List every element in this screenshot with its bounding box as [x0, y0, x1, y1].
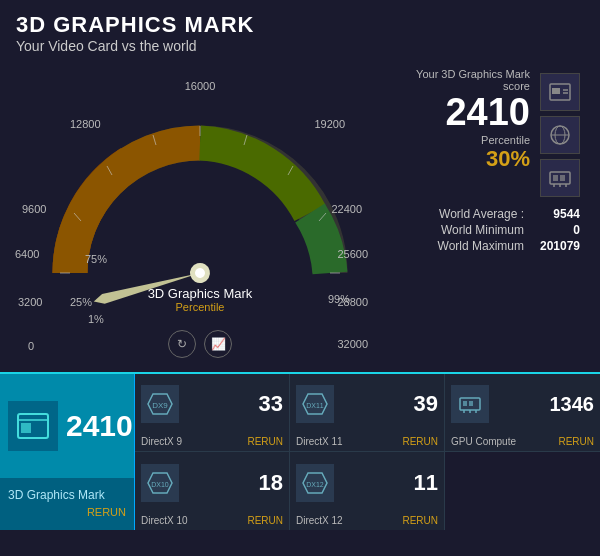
svg-text:DX10: DX10 — [151, 481, 169, 488]
tiles-container: 2410 3D Graphics Mark RERUN DX9 33 — [0, 372, 600, 530]
tile-dx11-icon: DX11 — [296, 385, 334, 423]
label-32000: 32000 — [337, 338, 368, 350]
tile-dx9-icon: DX9 — [141, 385, 179, 423]
tile-dx10-icon: DX10 — [141, 464, 179, 502]
pct-25-label: 25% — [70, 296, 92, 308]
world-min-value: 0 — [530, 223, 580, 237]
svg-rect-13 — [552, 88, 560, 94]
percentile-title: Percentile — [405, 134, 530, 146]
pct-1-label: 1% — [88, 313, 104, 325]
percentile-value: 30% — [405, 146, 530, 172]
tile-dx12-score: 11 — [340, 470, 438, 496]
main-tile: 2410 3D Graphics Mark RERUN — [0, 374, 135, 530]
page-title: 3D GRAPHICS MARK — [16, 12, 584, 38]
tile-dx10-rerun[interactable]: RERUN — [247, 515, 283, 526]
score-icon-3 — [540, 159, 580, 197]
svg-rect-20 — [553, 175, 558, 181]
label-25600: 25600 — [337, 248, 368, 260]
score-icon-2 — [540, 116, 580, 154]
score-icon-1 — [540, 73, 580, 111]
pct-75-label: 75% — [85, 253, 107, 265]
label-6400: 6400 — [15, 248, 39, 260]
tile-dx10-label: DirectX 10 — [141, 515, 188, 526]
score-value: 2410 — [405, 92, 530, 134]
stats-section: World Average : 9544 World Minimum 0 Wor… — [405, 207, 580, 255]
label-3200: 3200 — [18, 296, 42, 308]
tile-dx12-label: DirectX 12 — [296, 515, 343, 526]
label-16000: 16000 — [185, 80, 216, 92]
pct-99-label: 99% — [328, 293, 350, 305]
tile-empty — [445, 452, 600, 530]
svg-rect-33 — [463, 401, 467, 406]
world-max-label: World Maximum — [438, 239, 524, 253]
tile-dx9-rerun[interactable]: RERUN — [247, 436, 283, 447]
main-tile-label: 3D Graphics Mark — [8, 488, 126, 502]
tile-gpu-icon — [451, 385, 489, 423]
tile-dx12-icon: DX12 — [296, 464, 334, 502]
tile-dx9-score: 33 — [185, 391, 283, 417]
tile-gpu-rerun[interactable]: RERUN — [558, 436, 594, 447]
sub-tiles-grid: DX9 33 DirectX 9 RERUN DX11 39 — [135, 374, 600, 530]
gauge-footer: ↻ 📈 — [168, 330, 232, 358]
svg-rect-21 — [560, 175, 565, 181]
chart-icon[interactable]: 📈 — [204, 330, 232, 358]
gauge-mark-label: 3D Graphics Mark — [148, 286, 253, 301]
score-label: Your 3D Graphics Mark score — [405, 68, 530, 92]
main-tile-score: 2410 — [66, 409, 133, 443]
tile-dx9: DX9 33 DirectX 9 RERUN — [135, 374, 290, 452]
header: 3D GRAPHICS MARK Your Video Card vs the … — [0, 0, 600, 58]
gauge-area: 9600 6400 3200 0 22400 25600 28800 32000… — [10, 58, 390, 368]
svg-text:DX9: DX9 — [152, 401, 168, 410]
page-subtitle: Your Video Card vs the world — [16, 38, 584, 54]
label-22400: 22400 — [331, 203, 362, 215]
tile-dx11-rerun[interactable]: RERUN — [402, 436, 438, 447]
tile-dx11-score: 39 — [340, 391, 438, 417]
gauge-percentile-label: Percentile — [148, 301, 253, 313]
tile-dx11-label: DirectX 11 — [296, 436, 343, 447]
globe-icon — [546, 121, 574, 149]
world-avg-value: 9544 — [530, 207, 580, 221]
tile-dx11: DX11 39 DirectX 11 RERUN — [290, 374, 445, 452]
main-tile-rerun[interactable]: RERUN — [87, 506, 126, 518]
svg-rect-34 — [469, 401, 473, 406]
tile-dx12: DX12 11 DirectX 12 RERUN — [290, 452, 445, 530]
svg-text:DX11: DX11 — [306, 402, 324, 409]
label-19200: 19200 — [314, 118, 345, 130]
world-avg-label: World Average : — [439, 207, 524, 221]
gauge-center-text: 3D Graphics Mark Percentile — [148, 286, 253, 313]
main-tile-icon — [8, 401, 58, 451]
world-max-value: 201079 — [530, 239, 580, 253]
card-icon — [546, 78, 574, 106]
score-panel: Your 3D Graphics Mark score 2410 Percent… — [390, 58, 590, 368]
tile-dx9-label: DirectX 9 — [141, 436, 182, 447]
label-12800: 12800 — [70, 118, 101, 130]
label-0: 0 — [28, 340, 34, 352]
world-min-label: World Minimum — [441, 223, 524, 237]
tile-gpu-label: GPU Compute — [451, 436, 516, 447]
tile-dx10: DX10 18 DirectX 10 RERUN — [135, 452, 290, 530]
tile-dx12-rerun[interactable]: RERUN — [402, 515, 438, 526]
svg-rect-27 — [21, 423, 31, 433]
tile-gpu-score: 1346 — [495, 393, 594, 416]
tile-gpu: 1346 GPU Compute RERUN — [445, 374, 600, 452]
label-9600: 9600 — [22, 203, 46, 215]
svg-text:DX12: DX12 — [306, 481, 324, 488]
refresh-icon[interactable]: ↻ — [168, 330, 196, 358]
tile-dx10-score: 18 — [185, 470, 283, 496]
gpu-icon — [546, 164, 574, 192]
